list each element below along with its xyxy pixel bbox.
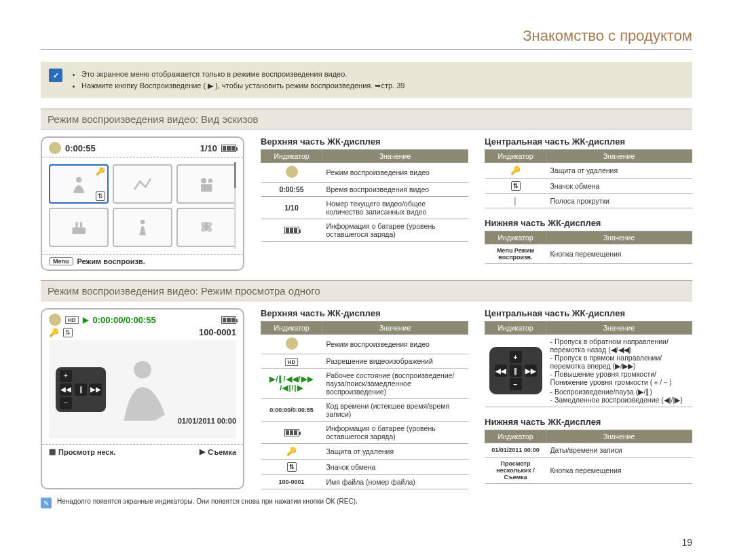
hd-badge: HD	[65, 316, 79, 324]
cell: 1/10	[261, 197, 322, 219]
svg-rect-5	[75, 222, 77, 227]
file-number: 100-0001	[199, 327, 236, 337]
thumb-6[interactable]	[176, 208, 236, 247]
cell: Имя файла (номер файла)	[322, 475, 468, 489]
footnote: ✎ Ненадолго появятся экранные индикаторы…	[41, 498, 692, 508]
thumb-4[interactable]	[49, 208, 109, 247]
th: Значение	[546, 231, 692, 244]
s1-top-table: ИндикаторЗначение Режим воспроизведения …	[261, 149, 468, 242]
share-icon: ⇅	[63, 328, 73, 337]
thumbnail-grid: 🔑 ⇅	[42, 157, 243, 254]
footnote-text: Ненадолго появятся экранные индикаторы. …	[57, 498, 358, 505]
view-multi-label: Просмотр неск.	[58, 448, 115, 456]
svg-point-9	[201, 222, 205, 226]
s1-bottom-title: Нижняя часть ЖК-дисплея	[485, 218, 692, 228]
cell: Информация о батарее (уровень оставшегос…	[322, 422, 468, 444]
playback-mode-icon	[49, 314, 61, 326]
share-icon: ⇅	[287, 462, 297, 472]
cell: Разрешение видеоизображений	[322, 354, 468, 369]
volume-up-button[interactable]: +	[60, 370, 72, 382]
check-icon: ✓	[49, 69, 62, 82]
pencil-icon: ✎	[41, 498, 52, 508]
section1-heading: Режим воспроизведения видео: Вид эскизов	[41, 109, 692, 130]
svg-rect-3	[201, 184, 212, 191]
share-icon: ⇅	[96, 191, 105, 201]
volume-down-button[interactable]: −	[60, 397, 72, 409]
playback-mode-icon	[49, 142, 61, 154]
timecode: 0:00:00/0:00:55	[93, 315, 156, 325]
thumb-2[interactable]	[113, 164, 172, 204]
lcd-thumb-view: 0:00:55 1/10 🔑 ⇅ Menu Режим воспроизв.	[41, 136, 244, 271]
thumb-3[interactable]	[176, 164, 236, 204]
pause-button[interactable]: ∥	[75, 384, 87, 396]
cell: 0:00:55	[261, 183, 322, 197]
plus-icon: +	[510, 351, 522, 363]
cell: Рабочее состояние (воспроизведение/пауза…	[322, 369, 468, 399]
lcd-time: 0:00:55	[65, 143, 96, 153]
hd-icon: HD	[285, 358, 299, 366]
notice-box: ✓ Это экранное меню отображается только …	[41, 62, 692, 98]
page-title: Знакомство с продуктом	[41, 27, 692, 50]
thumb-1[interactable]: 🔑 ⇅	[49, 164, 109, 204]
svg-point-2	[208, 179, 212, 183]
th: Значение	[546, 150, 692, 163]
cell: Режим воспроизведения видео	[322, 335, 468, 354]
cell: 100-0001	[261, 475, 322, 489]
cell: 01/01/2011 00:00	[485, 443, 546, 458]
menu-badge: Menu	[49, 257, 73, 265]
lcd-counter: 1/10	[200, 143, 217, 153]
play-icon: ▶	[200, 447, 205, 456]
cell: Кнопка перемещения	[546, 244, 692, 264]
svg-point-13	[134, 360, 151, 378]
s2-top-table: ИндикаторЗначение Режим воспроизведения …	[261, 321, 468, 489]
s2-bottom-table: ИндикаторЗначение 01/01/2011 00:00Даты/в…	[485, 430, 692, 484]
forward-button[interactable]: ▶▶	[90, 384, 102, 396]
s1-bottom-table: ИндикаторЗначение Menu Режим воспроизв.К…	[485, 231, 692, 264]
grid-icon: ▦	[49, 447, 56, 456]
battery-icon	[221, 316, 236, 324]
cell: Значок обмена	[546, 179, 692, 194]
notice-text: Это экранное меню отображается только в …	[71, 69, 405, 91]
cell: Menu Режим воспроизв.	[485, 244, 546, 264]
th: Значение	[546, 430, 692, 443]
cell: Код времени (истекшее время/время записи…	[322, 399, 468, 422]
lock-icon: 🔑	[96, 167, 105, 176]
battery-icon	[284, 429, 299, 436]
lcd-single-view: HD ▶ 0:00:00/0:00:55 🔑 ⇅ 100-0001 + ◀◀ ∥…	[41, 308, 244, 489]
th-ind: Индикатор	[261, 150, 322, 163]
osd-control-panel[interactable]: + ◀◀ ∥ ▶▶ −	[56, 367, 106, 412]
play-icon: ▶	[83, 316, 89, 324]
svg-rect-6	[80, 222, 82, 227]
s1-center-table: ИндикаторЗначение 🔑Защита от удаления ⇅З…	[485, 149, 692, 208]
svg-point-11	[201, 227, 205, 231]
th: Индикатор	[485, 231, 546, 244]
th: Индикатор	[485, 322, 546, 335]
th: Индикатор	[261, 322, 322, 335]
notice-line-1: Это экранное меню отображается только в …	[81, 69, 405, 80]
pause-icon: ∥	[510, 365, 522, 377]
s2-center-table: ИндикаторЗначение + ◀◀ ∥ ▶▶ − - Пропуск …	[485, 321, 692, 407]
state-icons: ▶/∥/◀◀/▶▶/◀|/|▶	[261, 369, 322, 399]
svg-point-12	[208, 227, 212, 231]
svg-point-7	[140, 220, 145, 224]
scroll-icon: │	[485, 194, 546, 208]
svg-point-10	[208, 222, 212, 226]
s2-center-title: Центральная часть ЖК-дисплея	[485, 308, 692, 318]
battery-icon	[284, 227, 299, 234]
record-datetime: 01/01/2011 00:00	[178, 417, 236, 425]
shoot-label: Съемка	[208, 448, 236, 456]
key-icon: 🔑	[261, 444, 322, 460]
th: Значение	[546, 322, 692, 335]
thumb-5[interactable]	[113, 208, 172, 247]
cell: 0:00:00/0:00:55	[261, 399, 322, 422]
section2-heading: Режим воспроизведения видео: Режим просм…	[41, 280, 692, 301]
rewind-icon: ◀◀	[495, 365, 507, 377]
cell: - Пропуск в обратном направлении/перемот…	[546, 335, 692, 407]
s2-top-title: Верхняя часть ЖК-дисплея	[261, 308, 468, 318]
cell: Полоса прокрутки	[546, 194, 692, 208]
rewind-button[interactable]: ◀◀	[60, 384, 72, 396]
cell: Даты/времени записи	[546, 443, 692, 458]
th: Индикатор	[485, 150, 546, 163]
scrollbar[interactable]	[234, 162, 236, 249]
minus-icon: −	[510, 378, 522, 390]
